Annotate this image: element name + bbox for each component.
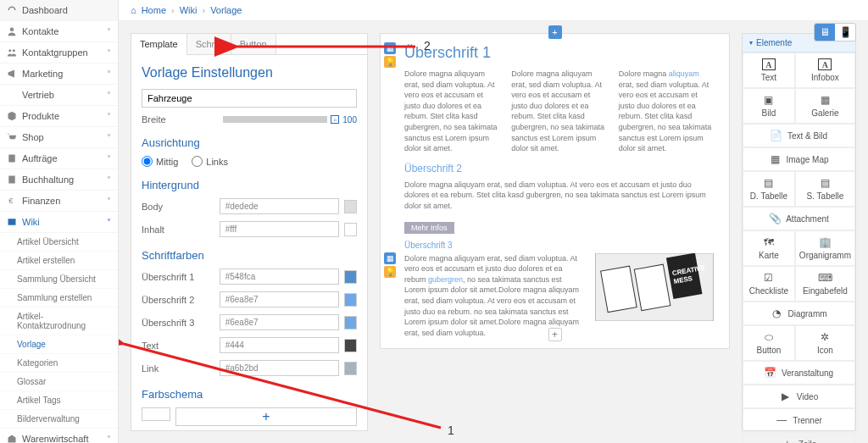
sidebar-dashboard[interactable]: Dashboard xyxy=(0,0,118,21)
width-slider[interactable]: ▫ 100 xyxy=(223,115,357,125)
element-galerie[interactable]: ▦Galerie xyxy=(795,88,855,124)
swatch-h1[interactable] xyxy=(344,270,357,284)
swatch-body[interactable] xyxy=(344,200,357,213)
preview-h2: Überschrift 2 xyxy=(404,163,714,174)
color-h3-input[interactable] xyxy=(220,314,339,330)
element-label: Diagramm xyxy=(787,309,826,318)
row-handles-2: ▦ 💡 xyxy=(384,252,396,278)
cube-icon xyxy=(7,111,17,121)
sub-bilderverwaltung[interactable]: Bilderverwaltung xyxy=(0,410,118,429)
element-diagramm[interactable]: ◔Diagramm xyxy=(743,302,855,325)
element-image-map[interactable]: ▦Image Map xyxy=(743,147,855,171)
sidebar-kontaktgruppen[interactable]: Kontaktgruppen˅ xyxy=(0,42,118,64)
sub-vorlage[interactable]: Vorlage xyxy=(0,335,118,354)
color-text-input[interactable] xyxy=(220,337,339,353)
breadcrumb-home[interactable]: Home xyxy=(142,5,166,15)
element-trenner[interactable]: —Trenner xyxy=(743,408,855,432)
bg-body-input[interactable] xyxy=(220,198,339,214)
sidebar-wiki[interactable]: Wiki˅ xyxy=(0,212,118,233)
sidebar-marketing[interactable]: Marketing˅ xyxy=(0,64,118,85)
sidebar-finanzen[interactable]: €Finanzen˅ xyxy=(0,191,118,212)
device-desktop[interactable]: 🖥 xyxy=(815,24,835,41)
element-button[interactable]: ⬭Button xyxy=(743,325,795,361)
sidebar-warenwirtschaft[interactable]: Warenwirtschaft˅ xyxy=(0,429,118,443)
sub-artikel-uebersicht[interactable]: Artikel Übersicht xyxy=(0,233,118,252)
element-icon: ◔ xyxy=(771,307,782,319)
add-row-bottom[interactable]: + xyxy=(548,328,562,341)
swatch-text[interactable] xyxy=(344,339,357,352)
element-video[interactable]: ▶Video xyxy=(743,385,855,408)
element-icon[interactable]: ✲Icon xyxy=(795,325,855,361)
breadcrumb-wiki[interactable]: Wiki xyxy=(180,5,198,15)
inline-link[interactable]: gubergren xyxy=(428,275,463,284)
swatch-link[interactable] xyxy=(344,362,357,375)
element-checkliste[interactable]: ☑Checkliste xyxy=(743,266,795,302)
sidebar-label: Kontaktgruppen xyxy=(22,47,88,58)
element-icon: + xyxy=(782,438,793,443)
more-info-button[interactable]: Mehr Infos xyxy=(404,222,454,234)
radio-links[interactable]: Links xyxy=(192,156,228,167)
radio-mittig[interactable]: Mittig xyxy=(142,156,178,167)
element-label: Karte xyxy=(759,251,779,260)
row-settings-handle[interactable]: 💡 xyxy=(384,266,396,278)
swatch-h3[interactable] xyxy=(344,316,357,329)
swatch-h2[interactable] xyxy=(344,293,357,307)
element-d-tabelle[interactable]: ▤D. Tabelle xyxy=(743,171,795,207)
settings-title: Vorlage Einstellungen xyxy=(142,65,357,80)
element-zeile[interactable]: +Zeile xyxy=(743,432,855,443)
element-bild[interactable]: ▣Bild xyxy=(743,88,795,124)
device-mobile[interactable]: 📱 xyxy=(835,24,855,41)
add-row-top[interactable]: + xyxy=(548,25,562,39)
color-link-input[interactable] xyxy=(220,360,339,376)
sidebar-produkte[interactable]: Produkte˅ xyxy=(0,106,118,127)
element-icon: ▶ xyxy=(780,390,792,402)
row-move-handle[interactable]: ▦ xyxy=(384,252,396,264)
preview-h1: Überschrift 1 xyxy=(404,44,714,62)
tab-template[interactable]: Template xyxy=(131,34,187,55)
cart-icon xyxy=(7,132,17,142)
element-label: Infobox xyxy=(811,73,839,82)
bg-inhalt-input[interactable] xyxy=(220,221,339,237)
sub-artikel-kontaktzuordnung[interactable]: Artikel-Kontaktzurodnung xyxy=(0,307,118,335)
sub-sammlung-erstellen[interactable]: Sammlung erstellen xyxy=(0,289,118,307)
element-text-bild[interactable]: 📄Text & Bild xyxy=(743,124,855,147)
color-h1-input[interactable] xyxy=(220,269,339,285)
sub-glossar[interactable]: Glossar xyxy=(0,373,118,391)
home-icon[interactable]: ⌂ xyxy=(131,5,136,15)
sub-artikel-erstellen[interactable]: Artikel erstellen xyxy=(0,252,118,270)
element-veranstaltung[interactable]: 📅Veranstaltung xyxy=(743,361,855,385)
warehouse-icon xyxy=(7,434,17,443)
breadcrumb-sep: › xyxy=(202,5,205,15)
scheme-swatch[interactable] xyxy=(142,407,170,421)
sidebar-kontakte[interactable]: Kontakte˅ xyxy=(0,21,118,42)
element-s-tabelle[interactable]: ▤S. Tabelle xyxy=(795,171,855,207)
color-h2-input[interactable] xyxy=(220,291,339,307)
row-settings-handle[interactable]: 💡 xyxy=(384,56,396,68)
sub-artikel-tags[interactable]: Artikel Tags xyxy=(0,391,118,410)
element-organigramm[interactable]: 🏢Organigramm xyxy=(795,230,855,266)
add-color-scheme[interactable]: + xyxy=(175,407,357,426)
sidebar-buchhaltung[interactable]: Buchhaltung˅ xyxy=(0,169,118,191)
device-toggle: 🖥 📱 xyxy=(814,23,856,42)
row-move-handle[interactable]: ▦ xyxy=(384,42,396,54)
sidebar-shop[interactable]: Shop˅ xyxy=(0,127,118,148)
tab-schrift[interactable]: Schrift xyxy=(187,34,231,54)
element-attachment[interactable]: 📎Attachment xyxy=(743,207,855,230)
element-eingabefeld[interactable]: ⌨Eingabefeld xyxy=(795,266,855,302)
element-karte[interactable]: 🗺Karte xyxy=(743,230,795,266)
sidebar-auftraege[interactable]: Aufträge˅ xyxy=(0,148,118,169)
sidebar-vertrieb[interactable]: Vertrieb˅ xyxy=(0,85,118,106)
element-text[interactable]: AText xyxy=(743,53,795,88)
color-text-label: Text xyxy=(142,341,214,351)
slider-handle-icon[interactable]: ▫ xyxy=(331,115,339,124)
inline-link[interactable]: aliquyam xyxy=(669,69,699,78)
element-infobox[interactable]: AInfobox xyxy=(795,53,855,88)
template-name-input[interactable] xyxy=(142,89,357,108)
swatch-inhalt[interactable] xyxy=(344,223,357,236)
tab-button[interactable]: Button xyxy=(231,34,276,54)
element-icon: ▣ xyxy=(763,94,775,106)
sub-sammlung-uebersicht[interactable]: Sammlung Übersicht xyxy=(0,270,118,289)
chart-icon xyxy=(7,90,17,100)
preview-h3: Überschrift 3 xyxy=(404,241,714,250)
sub-kategorien[interactable]: Kategorien xyxy=(0,354,118,373)
